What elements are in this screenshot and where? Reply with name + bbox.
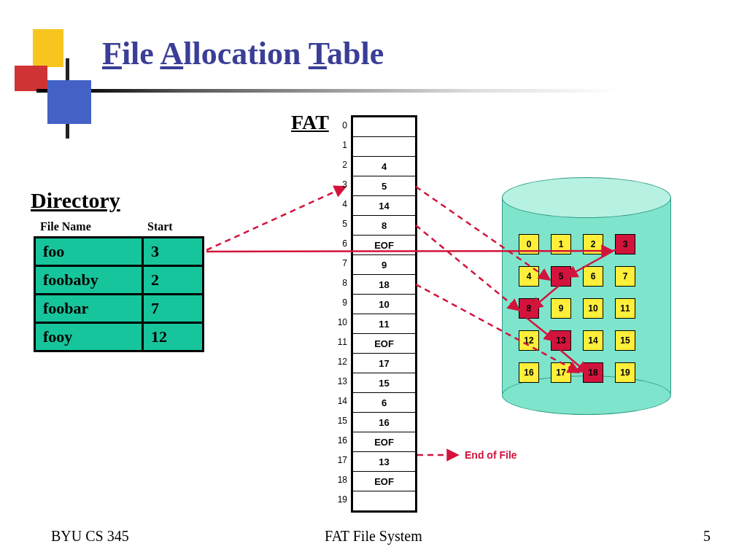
fat-cell: 11 <box>353 314 415 334</box>
fat-index: 12 <box>333 357 347 367</box>
directory-heading: Directory <box>31 188 120 213</box>
fat-cell <box>353 137 415 157</box>
disk-block: 16 <box>519 362 539 383</box>
fat-index: 0 <box>333 120 347 131</box>
disk-block: 6 <box>583 266 603 287</box>
table-row: foobar7 <box>35 295 204 323</box>
disk-block: 19 <box>615 362 635 383</box>
disk-block: 17 <box>551 362 571 383</box>
fat-index: 1 <box>333 140 347 150</box>
fat-column: 4 5 14 8 EOF 9 18 10 11 EOF 17 15 6 16 E… <box>351 115 417 513</box>
fat-heading: FAT <box>291 111 329 134</box>
disk-block: 10 <box>583 298 603 319</box>
fat-cell: 10 <box>353 295 415 314</box>
fat-index: 3 <box>333 179 347 190</box>
fat-cell: 18 <box>353 275 415 295</box>
fat-cell: 9 <box>353 255 415 275</box>
svg-line-1 <box>206 187 346 250</box>
fat-cell: EOF <box>353 472 415 491</box>
fat-cell: 13 <box>353 452 415 472</box>
fat-cell <box>353 117 415 137</box>
fat-cell: 17 <box>353 354 415 373</box>
fat-index: 16 <box>333 435 347 446</box>
fat-index: 6 <box>333 238 347 249</box>
disk-block: 13 <box>551 330 571 351</box>
table-row: foobaby2 <box>35 266 204 295</box>
fat-cell: 15 <box>353 373 415 393</box>
fat-index: 4 <box>333 199 347 209</box>
disk-cylinder: 012345678910111213141516171819 <box>502 177 671 394</box>
fat-cell: EOF <box>353 432 415 452</box>
fat-cell <box>353 491 415 510</box>
disk-block: 12 <box>519 330 539 351</box>
footer-left: BYU CS 345 <box>51 528 129 545</box>
fat-cell: EOF <box>353 236 415 255</box>
fat-index: 19 <box>333 494 347 505</box>
fat-index: 14 <box>333 396 347 406</box>
fat-index: 15 <box>333 416 347 426</box>
fat-index: 18 <box>333 475 347 485</box>
col-header-start: Start <box>147 220 173 233</box>
fat-index: 17 <box>333 455 347 465</box>
fat-cell: 14 <box>353 196 415 216</box>
disk-block: 2 <box>583 234 603 254</box>
table-row: fooy12 <box>35 323 204 351</box>
disk-block: 4 <box>519 266 539 287</box>
table-row: foo3 <box>35 238 204 266</box>
fat-cell: 4 <box>353 157 415 176</box>
fat-cell: 8 <box>353 216 415 236</box>
fat-cell: 5 <box>353 176 415 196</box>
fat-cell: 16 <box>353 413 415 432</box>
footer-center: FAT File System <box>325 528 422 545</box>
disk-block: 9 <box>551 298 571 319</box>
slide-header: File Allocation Table <box>0 0 747 102</box>
fat-index: 8 <box>333 278 347 288</box>
disk-block: 15 <box>615 330 635 351</box>
eof-label: End of File <box>465 449 517 461</box>
disk-block: 18 <box>583 362 603 383</box>
disk-block: 1 <box>551 234 571 254</box>
footer-page: 5 <box>703 528 711 545</box>
fat-index: 5 <box>333 219 347 229</box>
disk-block: 11 <box>615 298 635 319</box>
fat-index: 7 <box>333 258 347 268</box>
fat-cell: 6 <box>353 393 415 413</box>
disk-block: 7 <box>615 266 635 287</box>
disk-block: 14 <box>583 330 603 351</box>
disk-block-grid: 012345678910111213141516171819 <box>513 228 659 389</box>
disk-block: 0 <box>519 234 539 254</box>
disk-block: 8 <box>519 298 539 319</box>
disk-block: 5 <box>551 266 571 287</box>
directory-column-headers: File Name Start <box>40 220 91 233</box>
fat-index: 9 <box>333 298 347 308</box>
fat-index: 10 <box>333 317 347 327</box>
directory-table: foo3 foobaby2 foobar7 fooy12 <box>34 236 204 352</box>
fat-index: 13 <box>333 376 347 386</box>
fat-index: 11 <box>333 337 347 347</box>
col-header-name: File Name <box>40 220 91 233</box>
disk-block: 3 <box>615 234 635 254</box>
fat-index: 2 <box>333 160 347 170</box>
slide-title: File Allocation Table <box>102 35 384 72</box>
fat-cell: EOF <box>353 334 415 354</box>
